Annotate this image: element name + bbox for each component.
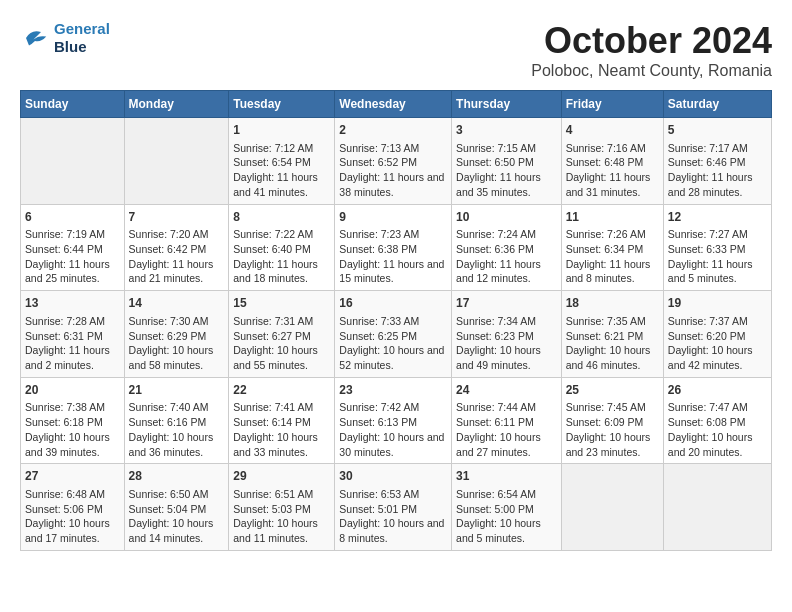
header-thursday: Thursday [452, 91, 562, 118]
sunrise-line: Sunrise: 7:31 AM [233, 314, 330, 329]
calendar-cell: 3Sunrise: 7:15 AMSunset: 6:50 PMDaylight… [452, 118, 562, 205]
header-friday: Friday [561, 91, 663, 118]
sunset-line: Sunset: 6:48 PM [566, 155, 659, 170]
daylight-line: Daylight: 10 hours and 8 minutes. [339, 516, 447, 545]
day-number: 1 [233, 122, 330, 139]
day-number: 3 [456, 122, 557, 139]
day-number: 24 [456, 382, 557, 399]
calendar-row-1: 1Sunrise: 7:12 AMSunset: 6:54 PMDaylight… [21, 118, 772, 205]
sunset-line: Sunset: 5:03 PM [233, 502, 330, 517]
day-number: 25 [566, 382, 659, 399]
daylight-line: Daylight: 11 hours and 12 minutes. [456, 257, 557, 286]
calendar-cell: 16Sunrise: 7:33 AMSunset: 6:25 PMDayligh… [335, 291, 452, 378]
sunset-line: Sunset: 6:44 PM [25, 242, 120, 257]
sunset-line: Sunset: 6:16 PM [129, 415, 225, 430]
sunset-line: Sunset: 6:18 PM [25, 415, 120, 430]
day-number: 5 [668, 122, 767, 139]
sunset-line: Sunset: 5:06 PM [25, 502, 120, 517]
calendar-cell: 2Sunrise: 7:13 AMSunset: 6:52 PMDaylight… [335, 118, 452, 205]
daylight-line: Daylight: 10 hours and 42 minutes. [668, 343, 767, 372]
calendar-cell: 4Sunrise: 7:16 AMSunset: 6:48 PMDaylight… [561, 118, 663, 205]
sunrise-line: Sunrise: 7:47 AM [668, 400, 767, 415]
calendar-cell: 17Sunrise: 7:34 AMSunset: 6:23 PMDayligh… [452, 291, 562, 378]
logo-line2: Blue [54, 38, 110, 56]
sunrise-line: Sunrise: 6:54 AM [456, 487, 557, 502]
sunrise-line: Sunrise: 7:35 AM [566, 314, 659, 329]
day-number: 4 [566, 122, 659, 139]
header-monday: Monday [124, 91, 229, 118]
sunrise-line: Sunrise: 6:51 AM [233, 487, 330, 502]
daylight-line: Daylight: 11 hours and 28 minutes. [668, 170, 767, 199]
day-number: 14 [129, 295, 225, 312]
sunrise-line: Sunrise: 6:48 AM [25, 487, 120, 502]
calendar-cell [124, 118, 229, 205]
daylight-line: Daylight: 10 hours and 23 minutes. [566, 430, 659, 459]
logo-icon [20, 23, 50, 53]
calendar-cell: 25Sunrise: 7:45 AMSunset: 6:09 PMDayligh… [561, 377, 663, 464]
sunrise-line: Sunrise: 7:30 AM [129, 314, 225, 329]
calendar-row-4: 20Sunrise: 7:38 AMSunset: 6:18 PMDayligh… [21, 377, 772, 464]
header-sunday: Sunday [21, 91, 125, 118]
day-number: 28 [129, 468, 225, 485]
page-title: October 2024 [531, 20, 772, 62]
day-number: 22 [233, 382, 330, 399]
sunset-line: Sunset: 5:04 PM [129, 502, 225, 517]
day-number: 31 [456, 468, 557, 485]
day-number: 21 [129, 382, 225, 399]
sunset-line: Sunset: 6:52 PM [339, 155, 447, 170]
daylight-line: Daylight: 10 hours and 58 minutes. [129, 343, 225, 372]
day-number: 26 [668, 382, 767, 399]
sunset-line: Sunset: 6:31 PM [25, 329, 120, 344]
sunset-line: Sunset: 6:27 PM [233, 329, 330, 344]
daylight-line: Daylight: 11 hours and 25 minutes. [25, 257, 120, 286]
calendar-cell: 22Sunrise: 7:41 AMSunset: 6:14 PMDayligh… [229, 377, 335, 464]
daylight-line: Daylight: 11 hours and 18 minutes. [233, 257, 330, 286]
calendar-row-5: 27Sunrise: 6:48 AMSunset: 5:06 PMDayligh… [21, 464, 772, 551]
daylight-line: Daylight: 10 hours and 39 minutes. [25, 430, 120, 459]
sunset-line: Sunset: 6:21 PM [566, 329, 659, 344]
daylight-line: Daylight: 11 hours and 35 minutes. [456, 170, 557, 199]
sunset-line: Sunset: 6:14 PM [233, 415, 330, 430]
calendar-cell: 31Sunrise: 6:54 AMSunset: 5:00 PMDayligh… [452, 464, 562, 551]
day-number: 10 [456, 209, 557, 226]
sunset-line: Sunset: 6:34 PM [566, 242, 659, 257]
daylight-line: Daylight: 11 hours and 8 minutes. [566, 257, 659, 286]
calendar-cell: 1Sunrise: 7:12 AMSunset: 6:54 PMDaylight… [229, 118, 335, 205]
calendar-cell: 7Sunrise: 7:20 AMSunset: 6:42 PMDaylight… [124, 204, 229, 291]
day-number: 16 [339, 295, 447, 312]
sunrise-line: Sunrise: 6:53 AM [339, 487, 447, 502]
daylight-line: Daylight: 10 hours and 49 minutes. [456, 343, 557, 372]
sunrise-line: Sunrise: 7:27 AM [668, 227, 767, 242]
day-number: 30 [339, 468, 447, 485]
sunset-line: Sunset: 5:01 PM [339, 502, 447, 517]
day-number: 27 [25, 468, 120, 485]
calendar-cell: 26Sunrise: 7:47 AMSunset: 6:08 PMDayligh… [663, 377, 771, 464]
daylight-line: Daylight: 11 hours and 38 minutes. [339, 170, 447, 199]
calendar-cell: 15Sunrise: 7:31 AMSunset: 6:27 PMDayligh… [229, 291, 335, 378]
calendar-cell: 18Sunrise: 7:35 AMSunset: 6:21 PMDayligh… [561, 291, 663, 378]
calendar-cell: 13Sunrise: 7:28 AMSunset: 6:31 PMDayligh… [21, 291, 125, 378]
sunset-line: Sunset: 5:00 PM [456, 502, 557, 517]
daylight-line: Daylight: 10 hours and 46 minutes. [566, 343, 659, 372]
daylight-line: Daylight: 10 hours and 20 minutes. [668, 430, 767, 459]
sunrise-line: Sunrise: 7:24 AM [456, 227, 557, 242]
sunrise-line: Sunrise: 7:33 AM [339, 314, 447, 329]
day-number: 9 [339, 209, 447, 226]
sunset-line: Sunset: 6:25 PM [339, 329, 447, 344]
calendar-cell: 28Sunrise: 6:50 AMSunset: 5:04 PMDayligh… [124, 464, 229, 551]
calendar-cell: 14Sunrise: 7:30 AMSunset: 6:29 PMDayligh… [124, 291, 229, 378]
day-number: 20 [25, 382, 120, 399]
day-number: 23 [339, 382, 447, 399]
daylight-line: Daylight: 10 hours and 36 minutes. [129, 430, 225, 459]
calendar-cell: 8Sunrise: 7:22 AMSunset: 6:40 PMDaylight… [229, 204, 335, 291]
sunset-line: Sunset: 6:08 PM [668, 415, 767, 430]
daylight-line: Daylight: 11 hours and 15 minutes. [339, 257, 447, 286]
sunrise-line: Sunrise: 6:50 AM [129, 487, 225, 502]
sunrise-line: Sunrise: 7:42 AM [339, 400, 447, 415]
calendar-cell: 12Sunrise: 7:27 AMSunset: 6:33 PMDayligh… [663, 204, 771, 291]
sunset-line: Sunset: 6:33 PM [668, 242, 767, 257]
sunrise-line: Sunrise: 7:16 AM [566, 141, 659, 156]
sunrise-line: Sunrise: 7:12 AM [233, 141, 330, 156]
day-number: 8 [233, 209, 330, 226]
calendar-row-2: 6Sunrise: 7:19 AMSunset: 6:44 PMDaylight… [21, 204, 772, 291]
